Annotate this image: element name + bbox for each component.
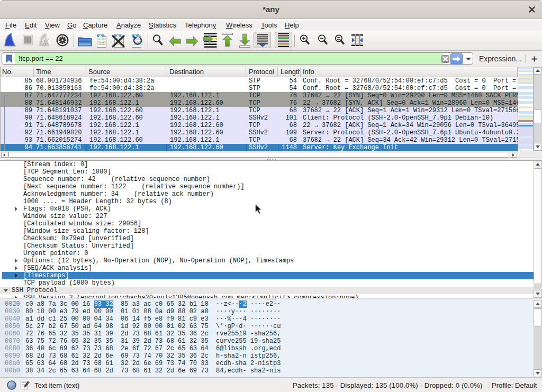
- svg-text:01110: 01110: [98, 43, 106, 45]
